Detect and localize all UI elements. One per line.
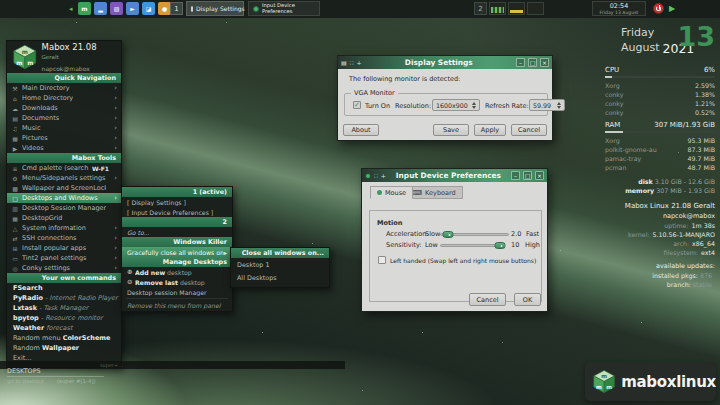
menu-item-random-wallpaper[interactable]: Random Wallpaper — [7, 343, 121, 353]
display-settings-titlebar[interactable]: ▤ ∷ + Display Settings – □ × — [338, 56, 552, 69]
panel-clock[interactable]: 02:54 Friday 13 August — [592, 1, 646, 16]
menu-item-desktopgrid[interactable]: ▦ DesktopGrid — [7, 213, 121, 223]
turn-on-checkbox[interactable]: ✓ — [353, 101, 361, 109]
menu-item-pictures[interactable]: ▦ Pictures › — [7, 133, 121, 143]
menu-item-close-all-windows[interactable]: Gracefully close all windows on... ▸ — [122, 247, 232, 257]
menu-item-menu-sidepanels[interactable]: ⚙ Menu/Sidepanels settings › — [7, 173, 121, 183]
workspace-button-1[interactable]: 1 — [170, 2, 183, 15]
menu-item-tint2-panel-settings[interactable]: ▭ Tint2 panel settings › — [7, 253, 121, 263]
process-row-pcman: pcman 48.7 MiB — [605, 163, 715, 172]
window-menu-icon[interactable]: ▤ — [341, 59, 347, 67]
menu-item-desktops-windows[interactable]: ▢ Desktops and Windows › — [7, 193, 121, 203]
tab-mouse[interactable]: Mouse — [370, 186, 413, 199]
spinner-arrows-icon[interactable] — [472, 102, 476, 109]
slider-handle[interactable] — [494, 242, 505, 249]
launcher-icon-terminal[interactable]: ▂ — [94, 2, 107, 15]
submenu-arrow-icon: › — [112, 94, 117, 102]
process-name: polkit-gnome-au — [605, 145, 657, 154]
slider-handle[interactable] — [442, 231, 453, 238]
net-graph-widget[interactable] — [527, 2, 544, 15]
resolution-select[interactable]: 1600x900 — [432, 99, 480, 111]
menu-item-input-device-preferences[interactable]: [ Input Device Preferences ] — [122, 207, 232, 217]
close-button[interactable]: × — [540, 58, 549, 67]
maximize-button[interactable]: □ — [528, 58, 537, 67]
menu-item-weather[interactable]: Weather forecast — [7, 323, 121, 333]
menu-item-label-strong: Wallpaper — [42, 344, 79, 352]
svg-text:m: m — [22, 49, 28, 55]
launcher-icon-file-manager[interactable]: ▨ — [110, 2, 123, 15]
save-button[interactable]: Save — [433, 124, 469, 136]
cpu-graph-widget[interactable] — [489, 2, 506, 15]
launcher-icon-browser[interactable]: ◪ — [142, 2, 155, 15]
menu-item-icon: ⚒ — [11, 85, 19, 92]
launcher-glyph: ▂ — [98, 6, 103, 12]
menu-item-all-desktops[interactable]: All Desktops — [231, 271, 329, 284]
mouse-icon — [377, 190, 382, 195]
close-button[interactable]: × — [535, 171, 544, 180]
show-desktop-icon[interactable]: ▶ — [669, 4, 675, 14]
menu-item-label-strong: Weather — [13, 324, 44, 332]
menu-item-display-settings[interactable]: [ Display Settings ] — [122, 197, 232, 207]
taskbar-input-device-preferences[interactable]: Input DevicePreferences — [248, 1, 320, 16]
menu-item-documents[interactable]: ▤ Documents › — [7, 113, 121, 123]
fast-label: Fast — [526, 230, 539, 238]
menu-item-go-to[interactable]: Go to... — [122, 227, 232, 237]
left-handed-checkbox[interactable] — [378, 256, 386, 264]
minimize-button[interactable]: – — [516, 58, 525, 67]
menu-item-downloads[interactable]: ☁ Downloads › — [7, 103, 121, 113]
spinner-arrows-icon[interactable] — [557, 102, 561, 109]
desktops-hint-title: DESKTOPS — [7, 367, 104, 377]
about-button[interactable]: About — [343, 124, 379, 136]
menu-item-icon: ▢ — [11, 195, 19, 202]
menu-item-install-popular-apps[interactable]: ⊞ Install popular apps › — [7, 243, 121, 253]
menu-item-add-desktop[interactable]: ⊕ Add new desktop — [122, 267, 232, 277]
workspace-button-2[interactable]: 2 — [474, 2, 487, 15]
window-stick-icon[interactable]: + — [357, 59, 362, 67]
menu-item-cmd-palette[interactable]: ≡ Cmd palette (search and run) W-F1 — [7, 163, 121, 173]
maximize-button[interactable]: □ — [523, 171, 532, 180]
taskbar-display-settings[interactable]: Display Settings — [186, 1, 244, 16]
menu-item-conky-settings[interactable]: ◎ Conky settings › — [7, 263, 121, 273]
apply-button[interactable]: Apply — [474, 124, 506, 136]
input-device-titlebar[interactable]: ∷ + Input Device Preferences – □ × — [362, 169, 547, 182]
menu-item-desktop-1[interactable]: Desktop 1 — [231, 258, 329, 271]
window-stick-icon[interactable]: + — [381, 172, 386, 180]
menu-item-videos[interactable]: ▶ Videos › — [7, 143, 121, 153]
menu-item-remove-menu-from-panel[interactable]: Remove this menu from panel — [122, 300, 232, 310]
tab-keyboard[interactable]: ⌨ Keyboard — [405, 186, 463, 199]
window-pin-icon[interactable]: ∷ — [374, 172, 378, 180]
info-value: x86_64 — [692, 240, 715, 247]
menu-item-home-directory[interactable]: ⌂ Home Directory › — [7, 93, 121, 103]
branch-row: branch: stable — [605, 280, 715, 289]
process-row-pamac-tray: pamac-tray 49.7 MiB — [605, 154, 715, 163]
launcher-icon-editor[interactable]: ► — [126, 2, 139, 15]
menu-item-bpytop[interactable]: bpytop - Resource monitor — [7, 313, 121, 323]
menu-item-wallpaper-screenlocker[interactable]: ▩ Wallpaper and ScreenLocker — [7, 183, 121, 193]
cancel-button[interactable]: Cancel — [469, 293, 506, 306]
submenu-arrow-icon: ▸ — [224, 249, 227, 256]
menu-item-desktop-session-manager[interactable]: Desktop session Manager — [122, 287, 232, 297]
menu-item-ssh-connections[interactable]: ⇄ SSH connections › — [7, 233, 121, 243]
refresh-rate-select[interactable]: 59.99 — [529, 99, 565, 111]
power-button[interactable] — [653, 3, 664, 14]
menu-item-pyradio[interactable]: PyRadio - Internet Radio Player — [7, 293, 121, 303]
memory-graph-widget[interactable] — [508, 2, 525, 15]
menu-item-desktop-session-manager[interactable]: ▥ Desktop Session Manager — [7, 203, 121, 213]
menu-item-icon: ▦ — [11, 215, 19, 222]
menu-item-fsearch[interactable]: FSearch — [7, 283, 121, 293]
menu-item-random-colorscheme[interactable]: Random menu ColorScheme — [7, 333, 121, 343]
minimize-button[interactable]: – — [511, 171, 520, 180]
acceleration-slider[interactable] — [440, 233, 509, 236]
app-icon[interactable] — [365, 173, 371, 179]
menu-item-lxtask[interactable]: Lxtask - Task Manager — [7, 303, 121, 313]
launcher-icon-mabox-menu[interactable]: m — [78, 2, 91, 15]
menu-item-remove-desktop[interactable]: ⊖ Remove last desktop — [122, 277, 232, 287]
window-pin-icon[interactable]: ∷ — [350, 59, 354, 67]
cancel-button[interactable]: Cancel — [511, 124, 547, 136]
ok-button[interactable]: OK — [514, 293, 541, 306]
sensitivity-slider[interactable] — [440, 244, 504, 247]
menu-item-system-information[interactable]: △ System information › — [7, 223, 121, 233]
menu-item-music[interactable]: ♫ Music › — [7, 123, 121, 133]
panel-overflow-icon[interactable]: ◂ — [69, 5, 73, 13]
menu-item-main-directory[interactable]: ⚒ Main Directory › — [7, 83, 121, 93]
